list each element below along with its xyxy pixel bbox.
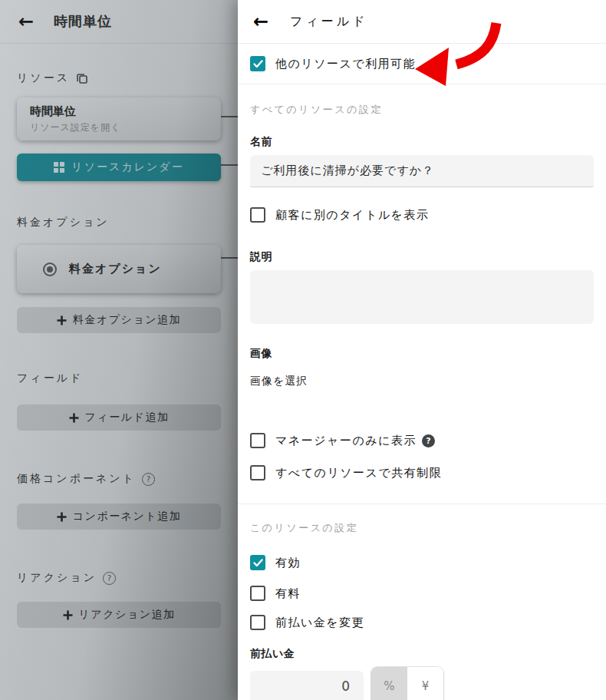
- checkbox-change-prepayment[interactable]: 前払い金を変更: [250, 615, 594, 630]
- checkbox-checked-icon[interactable]: [250, 56, 265, 71]
- checkbox-label: 有料: [275, 586, 301, 601]
- sidebar: ← 時間単位 リソース 時間単位 リソース設定を開く リソ: [0, 0, 238, 700]
- price-option-card-label: 料金オプション: [69, 262, 162, 276]
- divider: [238, 84, 606, 84]
- question-circle-icon[interactable]: [103, 572, 116, 585]
- grid-icon: [54, 162, 64, 173]
- add-component-label: コンポーネント追加: [73, 510, 181, 523]
- price-option-card[interactable]: 料金オプション: [17, 245, 221, 293]
- question-circle-filled-icon[interactable]: [422, 434, 435, 447]
- price-option-section-text: 料金オプション: [17, 216, 110, 229]
- price-option-section-label: 料金オプション: [17, 216, 221, 229]
- resource-section-label: リソース: [17, 71, 221, 85]
- checkbox-alt-title[interactable]: 顧客に別のタイトルを表示: [250, 207, 594, 223]
- sidebar-header: ← 時間単位: [0, 0, 238, 44]
- component-section-label: 価格コンポーネント: [17, 472, 221, 486]
- add-reaction-button[interactable]: リアクション追加: [17, 602, 221, 628]
- resource-calendar-label: リソースカレンダー: [71, 160, 183, 174]
- checkbox-label: 他のリソースで利用可能: [275, 57, 416, 71]
- back-arrow-icon[interactable]: ←: [18, 12, 34, 31]
- copy-icon[interactable]: [76, 72, 88, 84]
- plus-icon: [57, 315, 67, 325]
- resource-card-time-unit[interactable]: 時間単位 リソース設定を開く: [17, 97, 221, 140]
- resource-card-subtitle: リソース設定を開く: [30, 121, 208, 134]
- field-section-label: フィールド: [17, 371, 221, 385]
- checkbox-manager-only[interactable]: マネージャーのみに表示: [250, 433, 594, 448]
- checkbox-unchecked-icon[interactable]: [250, 433, 265, 448]
- unit-toggle-group: % ¥: [371, 667, 443, 700]
- checkbox-label-text: マネージャーのみに表示: [275, 434, 417, 448]
- checkbox-label: 有効: [275, 556, 301, 570]
- add-field-button[interactable]: フィールド追加: [17, 404, 221, 431]
- checkbox-unchecked-icon[interactable]: [250, 465, 265, 480]
- plus-icon: [69, 413, 79, 423]
- plus-icon: [57, 512, 67, 522]
- checkbox-label: マネージャーのみに表示: [275, 434, 435, 448]
- radio-icon: [43, 262, 57, 276]
- divider: [238, 504, 606, 504]
- panel-title: フィールド: [290, 14, 368, 30]
- checkbox-label: すべてのリソースで共有制限: [275, 466, 442, 480]
- unit-yen-button[interactable]: ¥: [407, 667, 443, 700]
- name-field-label: 名前: [250, 135, 594, 149]
- question-circle-icon[interactable]: [142, 473, 155, 486]
- checkbox-available-other-resources[interactable]: 他のリソースで利用可能: [250, 56, 594, 71]
- add-reaction-label: リアクション追加: [79, 608, 176, 622]
- sidebar-title: 時間単位: [54, 12, 112, 31]
- checkbox-enabled[interactable]: 有効: [250, 555, 594, 570]
- panel-header: ← フィールド: [238, 0, 606, 44]
- prepayment-field-label: 前払い金: [250, 647, 594, 661]
- resource-calendar-button[interactable]: リソースカレンダー: [17, 154, 221, 181]
- description-field-label: 説明: [250, 250, 594, 264]
- checkbox-unchecked-icon[interactable]: [250, 586, 265, 601]
- prepayment-row: % ¥: [250, 667, 594, 700]
- add-component-button[interactable]: コンポーネント追加: [17, 504, 221, 530]
- all-resources-section-label: すべてのリソースの設定: [250, 103, 594, 117]
- reaction-section-label: リアクション: [17, 571, 221, 585]
- checkbox-checked-icon[interactable]: [250, 555, 265, 570]
- checkbox-share-restriction[interactable]: すべてのリソースで共有制限: [250, 465, 594, 480]
- panel-back-arrow-icon[interactable]: ←: [253, 12, 268, 31]
- checkbox-paid[interactable]: 有料: [250, 586, 594, 601]
- this-resource-section-label: このリソースの設定: [250, 521, 594, 535]
- image-select-button[interactable]: 画像を選択: [250, 375, 308, 388]
- checkbox-unchecked-icon[interactable]: [250, 615, 265, 630]
- add-price-option-button[interactable]: 料金オプション追加: [17, 307, 221, 333]
- image-field-label: 画像: [250, 347, 594, 361]
- field-section-text: フィールド: [17, 371, 83, 385]
- unit-percent-button[interactable]: %: [371, 667, 407, 700]
- checkbox-unchecked-icon[interactable]: [250, 207, 265, 223]
- component-section-text: 価格コンポーネント: [17, 472, 136, 486]
- add-field-label: フィールド追加: [85, 411, 170, 424]
- reaction-section-text: リアクション: [17, 571, 97, 585]
- plus-icon: [63, 610, 73, 620]
- add-price-option-label: 料金オプション追加: [73, 313, 181, 327]
- resource-section-text: リソース: [17, 71, 70, 85]
- description-textarea[interactable]: [250, 270, 594, 324]
- prepayment-input[interactable]: [250, 671, 364, 700]
- checkbox-label: 前払い金を変更: [275, 616, 364, 630]
- name-input[interactable]: [250, 155, 594, 187]
- checkbox-label: 顧客に別のタイトルを表示: [275, 208, 429, 223]
- resource-card-title: 時間単位: [30, 104, 208, 119]
- field-settings-panel: ← フィールド 他のリソースで利用可能 すべてのリソースの設定 名前 顧客に別の…: [238, 0, 606, 700]
